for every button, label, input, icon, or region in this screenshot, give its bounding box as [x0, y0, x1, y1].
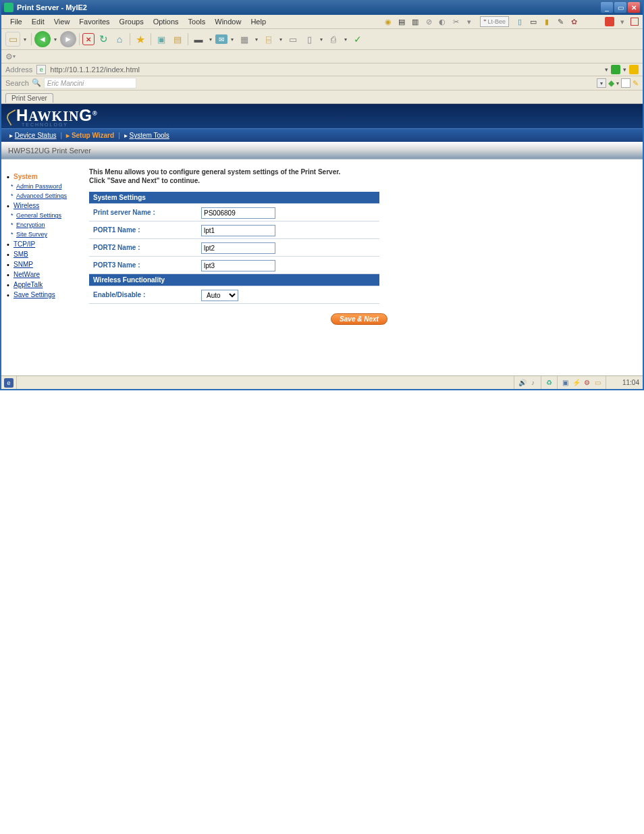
back-dropdown[interactable]: ▾: [52, 32, 59, 47]
browser-tab[interactable]: Print Server: [5, 93, 53, 103]
shield-icon[interactable]: ◆: [608, 78, 614, 88]
scissors-icon[interactable]: ✂: [450, 16, 461, 27]
highlight-icon[interactable]: ✎: [633, 79, 639, 88]
panel-icon[interactable]: ▯: [514, 16, 525, 27]
gear-icon[interactable]: ⚙: [5, 52, 13, 61]
sb-image-icon[interactable]: ▣: [561, 378, 570, 387]
sidebar-site-survey[interactable]: Site Survey: [16, 231, 85, 238]
sb-recycle-icon[interactable]: ♻: [545, 378, 554, 387]
screen-dropdown[interactable]: ▾: [207, 32, 214, 47]
address-dropdown[interactable]: ▾: [605, 66, 608, 73]
forward-button[interactable]: ►: [60, 31, 76, 47]
coins-icon[interactable]: ◉: [383, 16, 394, 27]
refresh-button[interactable]: ↻: [96, 32, 111, 47]
maximize-button[interactable]: ▭: [614, 2, 626, 13]
port3-name-input[interactable]: [201, 260, 275, 271]
mail-dropdown[interactable]: ▾: [229, 32, 236, 47]
go-dropdown[interactable]: ▾: [623, 66, 626, 73]
sidebar-save-settings[interactable]: Save Settings: [14, 291, 85, 298]
calc-button[interactable]: ▦: [237, 32, 252, 47]
dropdown-icon[interactable]: ▾: [464, 16, 475, 27]
sb-gear-icon[interactable]: ⚙: [583, 378, 591, 387]
print-dropdown[interactable]: ▾: [342, 32, 349, 47]
menu-view[interactable]: View: [49, 16, 75, 27]
stop-button[interactable]: ✕: [82, 33, 95, 45]
menu-help[interactable]: Help: [246, 16, 271, 27]
sidebar-encryption[interactable]: Encryption: [16, 221, 85, 228]
screen-button[interactable]: ▬: [191, 32, 206, 47]
disable-icon[interactable]: ⊘: [423, 16, 434, 27]
lock-dropdown[interactable]: ▾: [277, 32, 284, 47]
gear-dropdown[interactable]: ▾: [13, 53, 16, 59]
sidebar-admin-password[interactable]: Admin Password: [16, 183, 85, 190]
sidebar-wireless[interactable]: Wireless: [14, 202, 85, 209]
menu-edit[interactable]: Edit: [27, 16, 49, 27]
menu-tools[interactable]: Tools: [184, 16, 211, 27]
wireless-enable-select[interactable]: Auto: [201, 290, 238, 301]
status-left-icon[interactable]: e: [4, 378, 14, 388]
exit-button[interactable]: ▯: [302, 32, 317, 47]
note-icon[interactable]: ▮: [541, 16, 552, 27]
page-button[interactable]: ▤: [170, 32, 185, 47]
sb-plug-icon[interactable]: ⚡: [572, 378, 581, 387]
box-button[interactable]: ▭: [286, 32, 300, 47]
red-stop-icon[interactable]: [630, 18, 639, 26]
close-button[interactable]: ✕: [628, 2, 640, 13]
print-button[interactable]: ⎙: [326, 32, 341, 47]
menu-file[interactable]: File: [5, 16, 27, 27]
save-next-button[interactable]: Save & Next: [331, 313, 387, 325]
sidebar-smb[interactable]: SMB: [14, 251, 85, 258]
popup-icon[interactable]: [621, 78, 630, 88]
sidebar-advanced-settings[interactable]: Advanced Settings: [16, 192, 85, 199]
print-server-name-input[interactable]: [201, 207, 275, 219]
sidebar-tcpip[interactable]: TCP/IP: [14, 240, 85, 248]
red-square-icon[interactable]: [605, 17, 614, 26]
nav-device-status[interactable]: ▸ Device Status: [9, 132, 56, 139]
calc-dropdown[interactable]: ▾: [253, 32, 260, 47]
new-tab-dropdown[interactable]: ▾: [22, 32, 28, 47]
go-button[interactable]: [611, 65, 620, 74]
norton-button[interactable]: [629, 65, 639, 74]
sidebar-snmp[interactable]: SNMP: [14, 261, 85, 268]
flower-icon[interactable]: ✿: [568, 16, 579, 27]
sidebar-appletalk[interactable]: AppleTalk: [14, 281, 85, 288]
mail-button[interactable]: ✉: [215, 34, 227, 44]
menu-groups[interactable]: Groups: [115, 16, 149, 27]
wand-icon[interactable]: ✎: [555, 16, 566, 27]
mic-icon[interactable]: ◐: [437, 16, 448, 27]
folder-button[interactable]: ▣: [154, 32, 169, 47]
windows-icon[interactable]: ▭: [528, 16, 539, 27]
search-dropdown[interactable]: ▾: [597, 78, 606, 88]
window-title: Print Server - MyIE2: [17, 3, 599, 11]
sidebar-system[interactable]: System: [14, 173, 85, 180]
shield-dropdown[interactable]: ▾: [616, 80, 619, 86]
nav-setup-wizard[interactable]: ▸ Setup Wizard: [66, 132, 114, 139]
address-input[interactable]: http://10.1.1.212/index.html: [50, 66, 601, 74]
search-input[interactable]: [44, 78, 136, 88]
menu-window[interactable]: Window: [210, 16, 246, 27]
sb-folder-icon[interactable]: ▭: [593, 378, 602, 387]
red-dropdown-icon[interactable]: ▾: [617, 16, 628, 27]
doc-icon[interactable]: ▤: [396, 16, 407, 27]
rte-box[interactable]: "Lt-Bee: [480, 16, 509, 27]
menu-options[interactable]: Options: [149, 16, 184, 27]
exit-dropdown[interactable]: ▾: [318, 32, 325, 47]
menu-favorites[interactable]: Favorites: [74, 16, 114, 27]
sb-music-icon[interactable]: ♪: [529, 378, 537, 387]
sidebar-netware[interactable]: NetWare: [14, 271, 85, 278]
sb-speaker-icon[interactable]: 🔊: [518, 378, 527, 387]
page-content: HHAWKINGAWKING® TECHNOLOGY ▸ Device Stat…: [1, 103, 643, 375]
lock-button[interactable]: ⌸: [261, 32, 276, 47]
check-button[interactable]: ✓: [350, 32, 365, 47]
home-button[interactable]: ⌂: [112, 32, 127, 47]
sidebar-general-settings[interactable]: General Settings: [16, 212, 85, 219]
minimize-button[interactable]: _: [601, 2, 613, 13]
nav-system-tools[interactable]: ▸ System Tools: [124, 132, 169, 139]
new-tab-button[interactable]: ▭: [5, 32, 20, 47]
port1-name-input[interactable]: [201, 225, 275, 236]
page-title: HWPS12UG Print Server: [1, 142, 643, 159]
port2-name-input[interactable]: [201, 242, 275, 254]
back-button[interactable]: ◄: [34, 31, 51, 47]
doc2-icon[interactable]: ▥: [410, 16, 421, 27]
favorites-button[interactable]: ★: [133, 32, 148, 47]
